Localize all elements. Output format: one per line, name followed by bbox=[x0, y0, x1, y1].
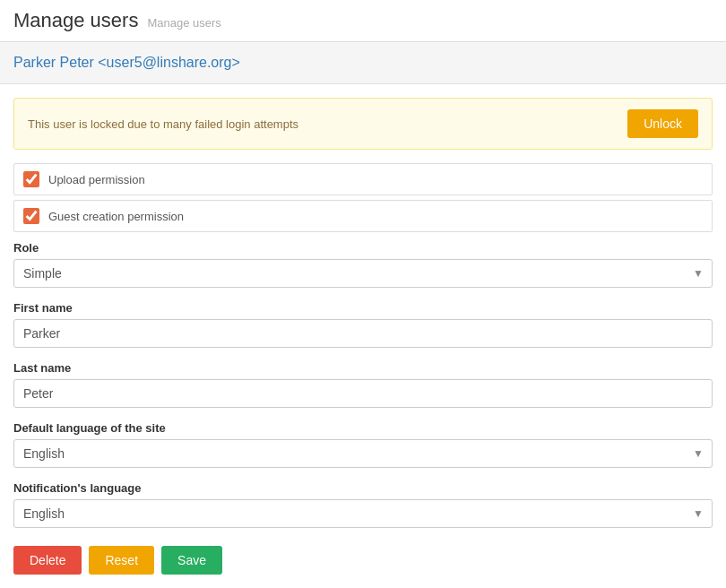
guest-permission-row: Guest creation permission bbox=[13, 200, 713, 232]
default-lang-label: Default language of the site bbox=[13, 421, 713, 435]
role-select-wrapper: Simple Admin User ▼ bbox=[13, 259, 713, 288]
default-lang-group: Default language of the site English Fre… bbox=[13, 421, 713, 468]
page-header: Manage users Manage users bbox=[0, 0, 726, 42]
page-title: Manage users bbox=[13, 9, 138, 32]
upload-permission-checkbox[interactable] bbox=[23, 171, 39, 187]
notif-lang-select[interactable]: English French German bbox=[13, 499, 713, 528]
first-name-label: First name bbox=[13, 301, 713, 315]
lock-warning-text: This user is locked due to many failed l… bbox=[28, 117, 298, 131]
save-button[interactable]: Save bbox=[161, 546, 222, 575]
notif-lang-group: Notification's language English French G… bbox=[13, 481, 713, 528]
reset-button[interactable]: Reset bbox=[89, 546, 154, 575]
upload-permission-label: Upload permission bbox=[48, 173, 145, 186]
last-name-group: Last name bbox=[13, 361, 713, 408]
lock-warning-banner: This user is locked due to many failed l… bbox=[13, 98, 713, 150]
breadcrumb: Manage users bbox=[147, 16, 220, 30]
first-name-group: First name bbox=[13, 301, 713, 348]
action-buttons: Delete Reset Save bbox=[13, 546, 713, 575]
upload-permission-row: Upload permission bbox=[13, 163, 713, 195]
content-area: This user is locked due to many failed l… bbox=[0, 84, 726, 588]
first-name-input[interactable] bbox=[13, 319, 713, 348]
notif-lang-label: Notification's language bbox=[13, 481, 713, 495]
role-group: Role Simple Admin User ▼ bbox=[13, 241, 713, 288]
last-name-label: Last name bbox=[13, 361, 713, 375]
default-lang-select-wrapper: English French German ▼ bbox=[13, 439, 713, 468]
default-lang-select[interactable]: English French German bbox=[13, 439, 713, 468]
delete-button[interactable]: Delete bbox=[13, 546, 82, 575]
role-select[interactable]: Simple Admin User bbox=[13, 259, 713, 288]
unlock-button[interactable]: Unlock bbox=[627, 109, 698, 138]
role-label: Role bbox=[13, 241, 713, 255]
guest-permission-label: Guest creation permission bbox=[48, 210, 184, 223]
notif-lang-select-wrapper: English French German ▼ bbox=[13, 499, 713, 528]
user-section-header: Parker Peter <user5@linshare.org> bbox=[0, 42, 726, 84]
user-name-link[interactable]: Parker Peter <user5@linshare.org> bbox=[13, 55, 240, 70]
guest-permission-checkbox[interactable] bbox=[23, 208, 39, 224]
last-name-input[interactable] bbox=[13, 379, 713, 408]
